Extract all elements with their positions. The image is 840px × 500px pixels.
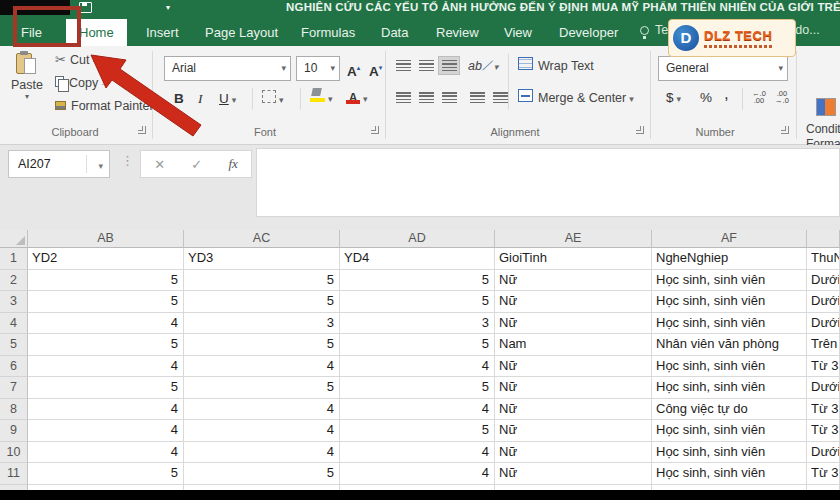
cell[interactable]: 3 [340, 313, 495, 335]
cell[interactable]: 4 [184, 442, 340, 464]
align-center-button[interactable] [415, 88, 437, 107]
cell[interactable]: YD4 [340, 248, 495, 270]
increase-indent-button[interactable] [489, 88, 511, 107]
cell[interactable]: 4 [28, 420, 184, 442]
cell[interactable]: Nữ [495, 420, 652, 442]
currency-button[interactable]: $▾ [666, 88, 681, 108]
tab-review[interactable]: Review [423, 19, 492, 46]
cell[interactable]: 5 [340, 334, 495, 356]
merge-center-dropdown-icon[interactable]: ▾ [629, 94, 634, 104]
fill-color-button[interactable]: ▾ [310, 88, 333, 108]
column-header[interactable]: AD [340, 230, 495, 248]
cell[interactable]: 5 [184, 270, 340, 292]
cell[interactable]: Dưới [807, 442, 840, 464]
font-size-combo[interactable]: 10▾ [296, 56, 340, 81]
row-header[interactable]: 4 [0, 313, 28, 335]
name-box[interactable]: AI207▾ [8, 150, 110, 178]
wrap-text-button[interactable]: Wrap Text [518, 56, 594, 76]
cell[interactable]: Nữ [495, 313, 652, 335]
cell[interactable]: Từ 3 [807, 399, 840, 421]
cell[interactable]: Học sinh, sinh viên [652, 442, 807, 464]
decrease-indent-button[interactable] [466, 88, 488, 107]
formula-bar-grip-icon[interactable]: ⋮ [121, 153, 134, 168]
row-header[interactable]: 9 [0, 420, 28, 442]
align-right-button[interactable] [438, 88, 460, 107]
clipboard-dialog-launcher-icon[interactable] [138, 126, 146, 134]
format-painter-button[interactable]: Format Painter [55, 96, 154, 116]
cell[interactable]: 4 [28, 313, 184, 335]
align-left-button[interactable] [392, 88, 414, 107]
cell[interactable]: 4 [340, 442, 495, 464]
row-header[interactable]: 2 [0, 270, 28, 292]
cell[interactable]: Dưới [807, 313, 840, 335]
tab-page-layout[interactable]: Page Layout [192, 19, 291, 46]
cell[interactable]: Từ 3 [807, 463, 840, 485]
cell[interactable]: Học sinh, sinh viên [652, 377, 807, 399]
font-family-combo[interactable]: Arial▾ [164, 56, 291, 81]
cell[interactable]: Nữ [495, 442, 652, 464]
cut-button[interactable]: ✂Cut· [55, 50, 95, 70]
cell[interactable]: ThuNhap [807, 248, 840, 270]
fill-color-dropdown-icon[interactable]: ▾ [328, 94, 333, 104]
number-format-combo[interactable]: General▾ [658, 56, 788, 81]
orientation-dropdown-icon[interactable]: ▾ [494, 62, 499, 72]
cell[interactable]: 5 [184, 377, 340, 399]
font-color-button[interactable]: A▾ [346, 88, 368, 108]
cell[interactable]: 4 [28, 442, 184, 464]
cell[interactable]: Dưới [807, 377, 840, 399]
borders-dropdown-icon[interactable]: ▾ [279, 95, 284, 105]
paste-dropdown-icon[interactable]: ▾ [6, 92, 48, 101]
cell[interactable]: 5 [28, 334, 184, 356]
font-color-dropdown-icon[interactable]: ▾ [363, 94, 368, 104]
tab-formulas[interactable]: Formulas [288, 19, 368, 46]
quick-access-dropdown-icon[interactable]: ▾ [166, 3, 170, 12]
cell[interactable]: Nữ [495, 270, 652, 292]
cell[interactable]: Học sinh, sinh viên [652, 356, 807, 378]
number-dialog-launcher-icon[interactable] [781, 126, 789, 134]
row-header[interactable]: 5 [0, 334, 28, 356]
decrease-decimal-button[interactable]: .00→.0 [770, 90, 794, 104]
cell[interactable]: Nữ [495, 356, 652, 378]
cell[interactable]: Học sinh, sinh viên [652, 463, 807, 485]
row-header[interactable]: 1 [0, 248, 28, 270]
grow-font-button[interactable]: A▴ [347, 58, 360, 78]
cell[interactable]: 4 [340, 356, 495, 378]
column-header[interactable]: AE [495, 230, 652, 248]
tab-insert[interactable]: Insert [133, 19, 192, 46]
tab-developer[interactable]: Developer [546, 19, 631, 46]
column-header[interactable] [807, 230, 840, 248]
cell[interactable]: Từ 3 [807, 420, 840, 442]
cell[interactable]: Dưới [807, 291, 840, 313]
cell[interactable]: 5 [28, 463, 184, 485]
italic-button[interactable]: I [198, 89, 203, 109]
cell[interactable]: Nữ [495, 463, 652, 485]
cell[interactable]: 3 [184, 313, 340, 335]
currency-dropdown-icon[interactable]: ▾ [677, 94, 682, 104]
cell[interactable]: Học sinh, sinh viên [652, 313, 807, 335]
row-header[interactable]: 10 [0, 442, 28, 464]
comma-button[interactable]: , [724, 84, 729, 104]
select-all-corner[interactable] [0, 230, 28, 248]
cell[interactable]: Học sinh, sinh viên [652, 270, 807, 292]
cell[interactable]: Nữ [495, 399, 652, 421]
bold-button[interactable]: B [174, 89, 184, 109]
merge-center-button[interactable]: Merge & Center▾ [518, 88, 634, 108]
column-header[interactable]: AF [652, 230, 807, 248]
cell[interactable]: Dưới [807, 270, 840, 292]
increase-decimal-button[interactable]: ←.0.00 [747, 90, 771, 104]
cell[interactable]: YD2 [28, 248, 184, 270]
top-align-button[interactable] [392, 56, 414, 75]
row-header[interactable]: 7 [0, 377, 28, 399]
row-header[interactable]: 8 [0, 399, 28, 421]
copy-button[interactable]: Copy· [55, 73, 104, 93]
tab-data[interactable]: Data [368, 19, 421, 46]
cell[interactable]: 4 [28, 356, 184, 378]
cell[interactable]: 5 [340, 270, 495, 292]
cell[interactable]: 5 [184, 291, 340, 313]
underline-dropdown-icon[interactable]: ▾ [232, 95, 237, 105]
name-box-dropdown-icon[interactable]: ▾ [98, 153, 103, 179]
cell[interactable]: Nữ [495, 291, 652, 313]
bottom-align-button[interactable] [438, 56, 460, 75]
tab-view[interactable]: View [491, 19, 545, 46]
cell[interactable]: 4 [28, 399, 184, 421]
